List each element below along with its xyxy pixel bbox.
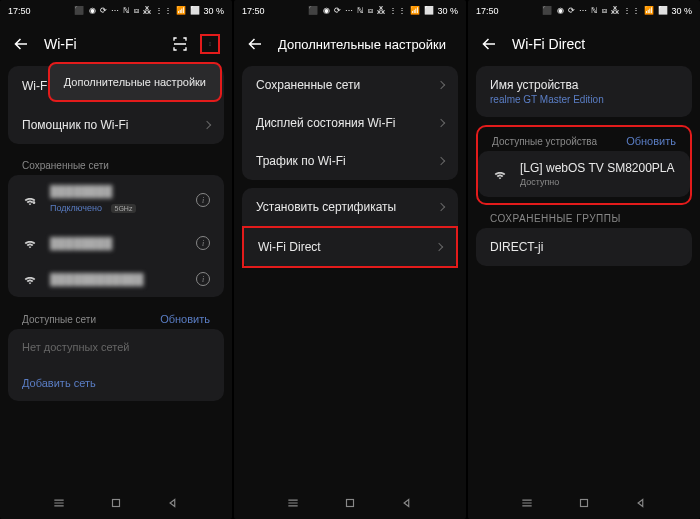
wifi-signal-icon — [22, 235, 38, 251]
svg-rect-4 — [346, 500, 353, 507]
row-label: Дисплей состояния Wi-Fi — [256, 116, 438, 130]
chevron-right-icon — [437, 157, 445, 165]
group-name: DIRECT-ji — [490, 240, 678, 254]
info-icon[interactable]: i — [196, 272, 210, 286]
chevron-right-icon — [437, 203, 445, 211]
traffic-row[interactable]: Трафик по Wi-Fi — [242, 142, 458, 180]
more-icon[interactable] — [200, 34, 220, 54]
svg-point-2 — [210, 45, 211, 46]
app-bar: Wi-Fi Direct — [468, 22, 700, 66]
wifi-signal-icon — [22, 192, 38, 208]
status-icons: ⬛ ◉ ⟳ ⋯ ℕ ⧈ ⁂ ⋮⋮ 📶 ⬜ — [542, 6, 669, 16]
row-label: Сохраненные сети — [256, 78, 438, 92]
group-row[interactable]: DIRECT-ji — [476, 228, 692, 266]
screen-wifi-direct: 17:50 ⬛ ◉ ⟳ ⋯ ℕ ⧈ ⁂ ⋮⋮ 📶 ⬜ 30 % Wi-Fi Di… — [468, 0, 700, 519]
saved-groups-header: СОХРАНЕННЫЕ ГРУППЫ — [476, 205, 692, 228]
wifi-direct-row[interactable]: Wi-Fi Direct — [242, 226, 458, 268]
install-certs-row[interactable]: Установить сертификаты — [242, 188, 458, 226]
status-battery: 30 % — [437, 6, 458, 16]
found-device-row[interactable]: [LG] webOS TV SM8200PLA Доступно — [478, 151, 690, 197]
nav-bar — [234, 487, 466, 519]
nav-recent-icon[interactable] — [520, 496, 534, 510]
nav-back-icon[interactable] — [166, 496, 180, 510]
device-name: realme GT Master Edition — [490, 94, 678, 105]
device-name-row[interactable]: Имя устройства realme GT Master Edition — [476, 66, 692, 117]
available-networks-header: Доступные сети — [22, 314, 96, 325]
wifi-signal-icon — [22, 271, 38, 287]
back-icon[interactable] — [480, 35, 498, 53]
network-status: Подключено — [50, 203, 102, 213]
network-badge: 5GHz — [111, 204, 137, 213]
device-status: Доступно — [520, 177, 676, 187]
row-label: Wi-Fi Direct — [258, 240, 436, 254]
status-bar: 17:50 ⬛ ◉ ⟳ ⋯ ℕ ⧈ ⁂ ⋮⋮ 📶 ⬜ 30 % — [234, 0, 466, 22]
status-battery: 30 % — [203, 6, 224, 16]
no-networks-text: Нет доступных сетей — [22, 341, 129, 353]
svg-rect-5 — [580, 500, 587, 507]
saved-networks-row[interactable]: Сохраненные сети — [242, 66, 458, 104]
app-bar: Дополнительные настройки — [234, 22, 466, 66]
info-icon[interactable]: i — [196, 236, 210, 250]
page-title: Дополнительные настройки — [278, 37, 454, 52]
row-label: Трафик по Wi-Fi — [256, 154, 438, 168]
nav-home-icon[interactable] — [343, 496, 357, 510]
device-name: [LG] webOS TV SM8200PLA — [520, 161, 676, 175]
display-status-row[interactable]: Дисплей состояния Wi-Fi — [242, 104, 458, 142]
chevron-right-icon — [437, 81, 445, 89]
saved-network-3[interactable]: ████████████ i — [8, 261, 224, 297]
back-icon[interactable] — [12, 35, 30, 53]
status-time: 17:50 — [242, 6, 265, 16]
add-network-row[interactable]: Добавить сеть — [8, 365, 224, 401]
status-bar: 17:50 ⬛ ◉ ⟳ ⋯ ℕ ⧈ ⁂ ⋮⋮ 📶 ⬜ 30 % — [0, 0, 232, 22]
page-title: Wi-Fi — [44, 36, 156, 52]
row-label: Установить сертификаты — [256, 200, 438, 214]
nav-bar — [468, 487, 700, 519]
svg-point-0 — [210, 43, 211, 44]
page-title: Wi-Fi Direct — [512, 36, 688, 52]
device-label: Имя устройства — [490, 78, 678, 92]
chevron-right-icon — [435, 243, 443, 251]
wifi-assistant-row[interactable]: Помощник по Wi-Fi — [8, 106, 224, 144]
nav-recent-icon[interactable] — [286, 496, 300, 510]
status-icons: ⬛ ◉ ⟳ ⋯ ℕ ⧈ ⁂ ⋮⋮ 📶 ⬜ — [308, 6, 435, 16]
svg-rect-3 — [112, 500, 119, 507]
chevron-right-icon — [203, 121, 211, 129]
chevron-right-icon — [437, 119, 445, 127]
info-icon[interactable]: i — [196, 193, 210, 207]
nav-bar — [0, 487, 232, 519]
status-time: 17:50 — [476, 6, 499, 16]
screen-wifi: 17:50 ⬛ ◉ ⟳ ⋯ ℕ ⧈ ⁂ ⋮⋮ 📶 ⬜ 30 % Wi-Fi До… — [0, 0, 232, 519]
saved-network-1[interactable]: ████████ Подключено 5GHz i — [8, 175, 224, 225]
screen-advanced: 17:50 ⬛ ◉ ⟳ ⋯ ℕ ⧈ ⁂ ⋮⋮ 📶 ⬜ 30 % Дополнит… — [234, 0, 466, 519]
nav-recent-icon[interactable] — [52, 496, 66, 510]
saved-networks-header: Сохраненные сети — [8, 152, 224, 175]
saved-network-2[interactable]: ████████ i — [8, 225, 224, 261]
refresh-link[interactable]: Обновить — [160, 313, 210, 325]
available-devices-header: Доступные устройства — [492, 136, 597, 147]
status-time: 17:50 — [8, 6, 31, 16]
wifi-signal-icon — [492, 166, 508, 182]
back-icon[interactable] — [246, 35, 264, 53]
nav-back-icon[interactable] — [634, 496, 648, 510]
add-network-label: Добавить сеть — [22, 377, 96, 389]
status-icons: ⬛ ◉ ⟳ ⋯ ℕ ⧈ ⁂ ⋮⋮ 📶 ⬜ — [74, 6, 201, 16]
status-bar: 17:50 ⬛ ◉ ⟳ ⋯ ℕ ⧈ ⁂ ⋮⋮ 📶 ⬜ 30 % — [468, 0, 700, 22]
svg-point-1 — [210, 44, 211, 45]
status-battery: 30 % — [671, 6, 692, 16]
popup-advanced-settings[interactable]: Дополнительные настройки — [48, 62, 222, 102]
nav-home-icon[interactable] — [577, 496, 591, 510]
nav-home-icon[interactable] — [109, 496, 123, 510]
wifi-assistant-label: Помощник по Wi-Fi — [22, 118, 204, 132]
nav-back-icon[interactable] — [400, 496, 414, 510]
app-bar: Wi-Fi — [0, 22, 232, 66]
scan-icon[interactable] — [170, 34, 190, 54]
refresh-link[interactable]: Обновить — [626, 135, 676, 147]
